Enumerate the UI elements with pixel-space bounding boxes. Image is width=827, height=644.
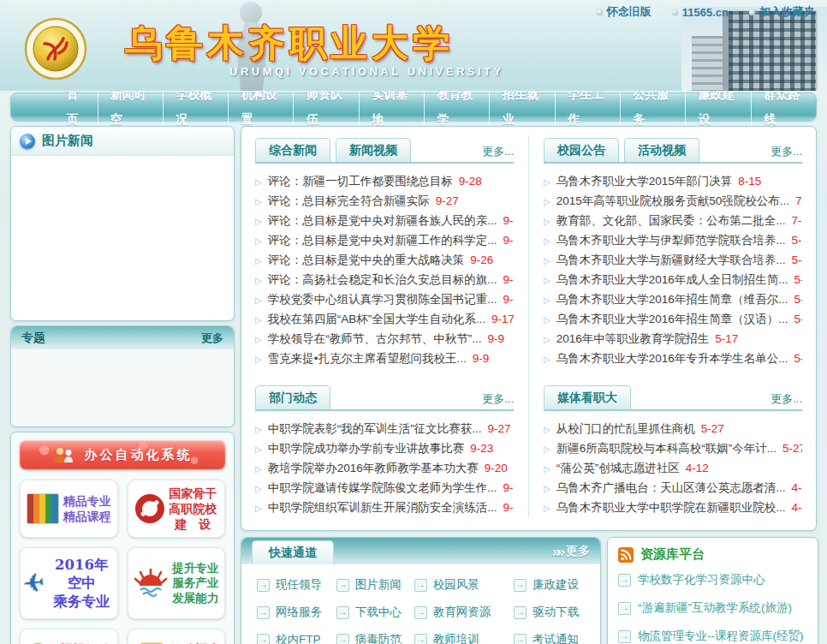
photo-news-body[interactable]	[11, 156, 234, 317]
quick-link[interactable]: → 病毒防范	[336, 632, 414, 644]
resource-item[interactable]: → 学校数字化学习资源中心	[618, 572, 807, 587]
news-link[interactable]: 评论：总目标是党中央对新疆各族人民的亲...	[268, 212, 497, 230]
tabs: 综合新闻新闻视频	[255, 138, 411, 162]
tab[interactable]: 部门动态	[255, 385, 330, 409]
banner-capability-building[interactable]: 提升专业 服务产业 发展能力	[128, 547, 226, 619]
quick-link-text[interactable]: 教师培训	[433, 632, 479, 644]
quick-link[interactable]: → 下载中心	[336, 605, 414, 620]
topics-body[interactable]	[11, 349, 234, 426]
topbar-link[interactable]: 11565.cn	[672, 4, 729, 20]
news-link[interactable]: 评论：总目标是党中央对新疆工作的科学定...	[268, 231, 497, 250]
news-link[interactable]: 乌鲁木齐职业大学中职学院在新疆职业院校...	[556, 498, 786, 517]
topbar-link-text[interactable]: 11565.cn	[682, 6, 729, 19]
news-link[interactable]: 乌鲁木齐职业大学2016年招生简章（维吾尔...	[556, 290, 788, 309]
university-logo-icon[interactable]	[24, 17, 87, 80]
topbar-link-text[interactable]: 加入收藏夹	[759, 4, 815, 20]
news-link[interactable]: 从校门口的忙乱里抓住商机	[556, 420, 695, 438]
more-link[interactable]: 更多...	[770, 144, 802, 162]
banner-quality-courses[interactable]: 精品专业 精品课程	[20, 480, 118, 538]
more-link[interactable]: 更多...	[482, 144, 514, 162]
quick-channel-title[interactable]: 快速通道	[252, 540, 334, 564]
quick-link-text[interactable]: 考试通知	[532, 632, 579, 644]
tab[interactable]: 新闻视频	[336, 138, 411, 162]
quick-link-text[interactable]: 校园风景	[433, 577, 479, 593]
news-link[interactable]: 2016年中等职业教育学院招生	[556, 330, 710, 349]
news-link[interactable]: 乌鲁木齐职业大学与新疆财经大学联合培养...	[556, 251, 786, 270]
quick-link[interactable]: → 校内FTP	[257, 632, 336, 644]
news-list: ▷ 从校门口的忙乱里抓住商机 5-27 ▷ 新疆6所高职院校与本科高校“联姻”今…	[544, 420, 802, 518]
news-link[interactable]: 评论：新疆一切工作都要围绕总目标	[268, 172, 453, 191]
quick-link[interactable]: → 图片新闻	[336, 577, 414, 593]
double-chevron-icon: »»	[551, 545, 562, 559]
quick-link[interactable]: → 校园风景	[414, 577, 514, 593]
news-link[interactable]: 学校领导在“教师节、古尔邦节、中秋节”...	[268, 330, 482, 349]
quick-link-text[interactable]: 网络服务	[276, 605, 322, 620]
quick-channel-more[interactable]: »» 更多	[552, 544, 590, 564]
topbar-link[interactable]: 怀念旧版	[597, 4, 651, 20]
topbar-link[interactable]: 加入收藏夹	[749, 4, 815, 20]
quick-link-text[interactable]: 廉政建设	[532, 577, 579, 593]
banner-bidding-info[interactable]: ⬇ 招投标信息	[20, 629, 118, 644]
news-date: 9-17	[491, 310, 514, 329]
news-link[interactable]: 乌鲁木齐广播电台：天山区薄公英志愿者清...	[556, 479, 786, 498]
resource-item[interactable]: → 物流管理专业--课程资源库(经贸)	[618, 629, 807, 644]
tab[interactable]: 活动视频	[624, 138, 699, 162]
news-item: ▷ 乌鲁木齐职业大学2016年成人全日制招生简... 5-27	[544, 271, 802, 290]
news-date: 7-11	[791, 212, 802, 230]
news-link[interactable]: 评论：总目标完全符合新疆实际	[268, 192, 430, 211]
news-item: ▷ 乌鲁木齐广播电台：天山区薄公英志愿者清... 4-12	[544, 479, 802, 498]
tab[interactable]: 媒体看职大	[544, 385, 631, 409]
resource-link-text[interactable]: “游遍新疆”互动教学系统(旅游)	[638, 600, 792, 616]
quick-link[interactable]: → 廉政建设	[514, 577, 592, 593]
quick-link-text[interactable]: 校内FTP	[276, 632, 321, 644]
tab[interactable]: 校园公告	[544, 138, 619, 162]
quick-link-text[interactable]: 教育网资源	[433, 605, 491, 620]
news-link[interactable]: 乌鲁木齐职业大学2016年招生简章（汉语）...	[556, 310, 788, 329]
more-link[interactable]: 更多...	[482, 391, 514, 409]
quick-link[interactable]: → 驱动下载	[514, 605, 592, 620]
news-link[interactable]: 乌鲁木齐职业大学2016年专升本学生名单公...	[556, 349, 788, 368]
quick-link-text[interactable]: 图片新闻	[355, 577, 402, 593]
news-date: 9-20	[485, 459, 508, 478]
quick-link[interactable]: → 考试通知	[514, 632, 592, 644]
tab-row: 综合新闻新闻视频 更多...	[255, 135, 514, 164]
quick-link[interactable]: → 教育网资源	[414, 605, 514, 620]
news-link[interactable]: 我校在第四届“AB杯”全国大学生自动化系...	[268, 310, 485, 329]
resource-link-text[interactable]: 学校数字化学习资源中心	[638, 572, 765, 587]
more-link[interactable]: 更多...	[770, 391, 802, 409]
news-link[interactable]: 学校党委中心组认真学习贯彻陈全国书记重...	[268, 290, 497, 309]
tab[interactable]: 综合新闻	[255, 138, 330, 162]
banner-national-backbone[interactable]: 国家骨干 高职院校 建 设	[128, 480, 226, 538]
news-link[interactable]: 新疆6所高职院校与本科高校“联姻”今年计...	[556, 439, 776, 458]
news-link[interactable]: 乌鲁木齐职业大学2016年成人全日制招生简...	[556, 271, 788, 289]
news-link[interactable]: 中职学院表彰“我的军训生活”征文比赛获...	[268, 420, 482, 438]
quick-link[interactable]: → 现任领导	[257, 577, 336, 593]
quick-link-text[interactable]: 现任领导	[276, 577, 322, 593]
resource-link-text[interactable]: 物流管理专业--课程资源库(经贸)	[638, 629, 803, 644]
news-link[interactable]: 教培学院举办2016年教师教学基本功大赛	[268, 459, 479, 478]
quick-link[interactable]: → 教师培训	[414, 632, 514, 644]
topics-more-link[interactable]: 更多	[201, 331, 223, 346]
quick-link-text[interactable]: 驱动下载	[532, 605, 579, 620]
news-link[interactable]: 乌鲁木齐职业大学与伊犁师范学院联合培养...	[556, 231, 786, 250]
news-link[interactable]: 评论：总目标是党中央的重大战略决策	[268, 251, 465, 270]
news-link[interactable]: 雪克来提•扎克尔主席看望慰问我校王...	[268, 349, 467, 368]
banner-separate-enrollment[interactable]: 单独招生 网络报名	[128, 629, 226, 644]
news-link[interactable]: 中职学院邀请传媒学院陈俊文老师为学生作...	[268, 479, 497, 498]
news-link[interactable]: 2015年高等职业院校服务贡献50强院校公布...	[556, 192, 789, 211]
banner-flight-attendant[interactable]: ✈ 2016年空中 乘务专业	[20, 547, 118, 619]
resource-item[interactable]: → “游遍新疆”互动教学系统(旅游)	[618, 600, 807, 616]
news-link[interactable]: 教育部、文化部、国家民委：公布第二批全...	[556, 212, 786, 230]
news-link[interactable]: 评论：高扬社会稳定和长治久安总目标的旗...	[268, 271, 497, 289]
quick-link-text[interactable]: 下载中心	[355, 605, 402, 620]
oa-system-banner[interactable]: 办公自动化系统	[20, 440, 225, 469]
quick-link-text[interactable]: 病毒防范	[355, 632, 402, 644]
news-link[interactable]: “蒲公英”创城志愿进社区	[556, 459, 680, 478]
news-date: 5-17	[715, 330, 738, 349]
bullet-arrow-icon: ▷	[255, 212, 262, 231]
quick-link[interactable]: → 网络服务	[257, 605, 336, 620]
news-link[interactable]: 乌鲁木齐职业大学2015年部门决算	[556, 172, 733, 191]
news-link[interactable]: 中职学院成功举办学前专业讲故事比赛	[268, 439, 465, 458]
topbar-link-text[interactable]: 怀念旧版	[607, 4, 651, 20]
news-link[interactable]: 中职学院组织军训新生开展消防安全演练活...	[268, 498, 497, 517]
